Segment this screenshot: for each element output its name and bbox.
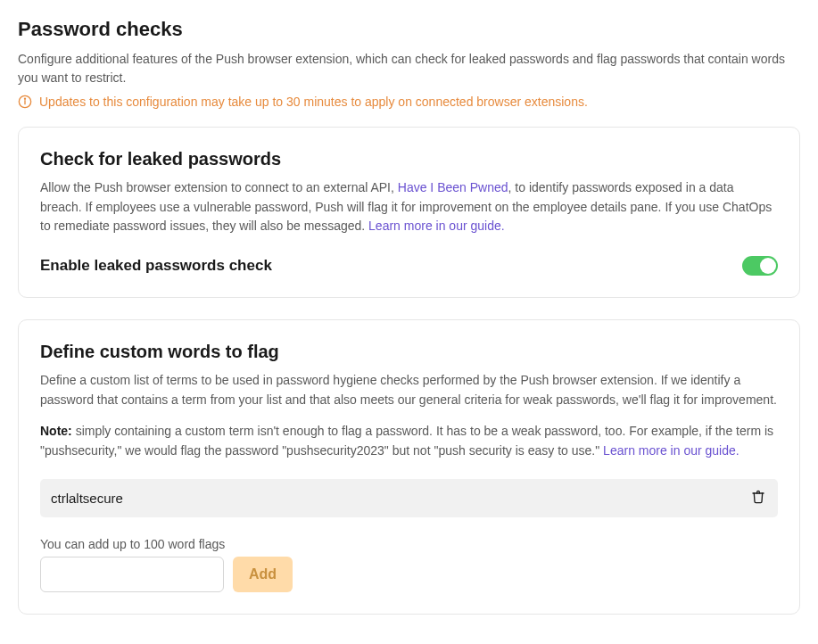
add-word-input[interactable] (40, 557, 224, 592)
custom-learn-more-link[interactable]: Learn more in our guide. (603, 443, 740, 458)
custom-words-card: Define custom words to flag Define a cus… (18, 319, 800, 615)
config-update-notice: Updates to this configuration may take u… (18, 95, 800, 109)
word-flag-item: ctrlaltsecure (40, 479, 778, 517)
delete-word-button[interactable] (749, 488, 767, 508)
leaked-passwords-card: Check for leaked passwords Allow the Pus… (18, 127, 800, 298)
word-flag-text: ctrlaltsecure (51, 491, 123, 506)
add-word-section: You can add up to 100 word flags Add (40, 537, 778, 592)
page-description: Configure additional features of the Pus… (18, 50, 800, 87)
svg-point-2 (24, 98, 25, 99)
leaked-learn-more-link[interactable]: Learn more in our guide. (368, 219, 505, 233)
hibp-link[interactable]: Have I Been Pwned (398, 180, 508, 194)
leaked-toggle-switch[interactable] (742, 256, 778, 276)
leaked-toggle-row: Enable leaked passwords check (40, 256, 778, 276)
page-title: Password checks (18, 18, 800, 41)
leaked-card-description: Allow the Push browser extension to conn… (40, 178, 778, 236)
notice-text: Updates to this configuration may take u… (39, 95, 588, 109)
custom-card-title: Define custom words to flag (40, 342, 778, 362)
leaked-toggle-label: Enable leaked passwords check (40, 257, 272, 275)
add-word-button[interactable]: Add (233, 557, 293, 592)
note-label: Note: (40, 424, 72, 438)
leaked-desc-pre: Allow the Push browser extension to conn… (40, 180, 398, 194)
add-word-row: Add (40, 557, 778, 592)
custom-card-description: Define a custom list of terms to be used… (40, 371, 778, 409)
trash-icon (751, 490, 765, 507)
add-helper-text: You can add up to 100 word flags (40, 537, 778, 551)
leaked-card-title: Check for leaked passwords (40, 149, 778, 169)
info-icon (18, 95, 32, 109)
custom-card-note: Note: simply containing a custom term is… (40, 422, 778, 460)
